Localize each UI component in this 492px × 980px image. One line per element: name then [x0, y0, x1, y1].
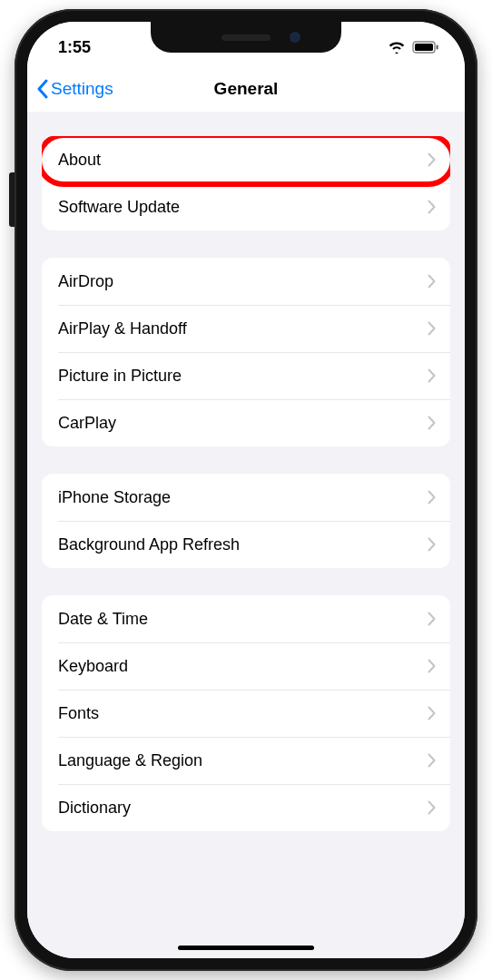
chevron-right-icon — [428, 800, 436, 815]
settings-group: Date & Time Keyboard Fonts — [42, 595, 450, 831]
row-keyboard[interactable]: Keyboard — [42, 642, 450, 690]
chevron-right-icon — [428, 200, 436, 214]
row-carplay[interactable]: CarPlay — [42, 399, 450, 446]
row-airplay-handoff[interactable]: AirPlay & Handoff — [42, 305, 450, 352]
row-label: CarPlay — [58, 414, 116, 433]
chevron-right-icon — [428, 490, 436, 505]
chevron-right-icon — [428, 706, 436, 720]
wifi-icon — [388, 41, 406, 54]
screen: 1:55 — [27, 22, 465, 958]
row-label: About — [58, 151, 101, 170]
row-label: AirDrop — [58, 272, 113, 291]
row-about[interactable]: About — [42, 136, 450, 183]
settings-group: AirDrop AirPlay & Handoff Picture in Pic… — [42, 258, 450, 446]
settings-group: About Software Update — [42, 136, 450, 230]
row-language-region[interactable]: Language & Region — [42, 737, 450, 784]
notch — [151, 22, 341, 53]
row-date-time[interactable]: Date & Time — [42, 595, 450, 642]
chevron-right-icon — [428, 659, 436, 673]
battery-icon — [412, 41, 439, 54]
row-label: Date & Time — [58, 610, 148, 629]
chevron-right-icon — [428, 753, 436, 768]
row-label: AirPlay & Handoff — [58, 319, 187, 338]
row-fonts[interactable]: Fonts — [42, 690, 450, 737]
chevron-right-icon — [428, 537, 436, 552]
svg-rect-1 — [415, 44, 433, 51]
chevron-right-icon — [428, 152, 436, 167]
chevron-right-icon — [428, 416, 436, 430]
chevron-right-icon — [428, 274, 436, 289]
row-label: Dictionary — [58, 799, 131, 818]
front-camera — [290, 32, 300, 43]
row-label: Language & Region — [58, 751, 202, 770]
chevron-left-icon — [36, 79, 49, 99]
chevron-right-icon — [428, 321, 436, 336]
status-time: 1:55 — [58, 38, 91, 57]
row-label: Picture in Picture — [58, 367, 182, 386]
settings-group: iPhone Storage Background App Refresh — [42, 474, 450, 568]
phone-frame: 1:55 — [15, 9, 477, 971]
svg-rect-2 — [437, 45, 438, 50]
nav-bar: Settings General — [27, 65, 465, 113]
row-label: Software Update — [58, 198, 180, 217]
row-label: iPhone Storage — [58, 488, 171, 507]
row-label: Keyboard — [58, 657, 128, 676]
row-label: Background App Refresh — [58, 535, 240, 554]
row-label: Fonts — [58, 704, 99, 723]
row-picture-in-picture[interactable]: Picture in Picture — [42, 352, 450, 399]
row-airdrop[interactable]: AirDrop — [42, 258, 450, 305]
row-background-app-refresh[interactable]: Background App Refresh — [42, 521, 450, 568]
chevron-right-icon — [428, 368, 436, 383]
row-dictionary[interactable]: Dictionary — [42, 784, 450, 831]
status-right — [388, 41, 439, 54]
content: About Software Update AirDrop — [27, 113, 465, 958]
row-iphone-storage[interactable]: iPhone Storage — [42, 474, 450, 521]
chevron-right-icon — [428, 612, 436, 626]
speaker-grille — [221, 34, 271, 41]
back-label: Settings — [51, 79, 113, 99]
home-indicator[interactable] — [178, 946, 314, 950]
row-software-update[interactable]: Software Update — [42, 183, 450, 230]
back-button[interactable]: Settings — [36, 79, 113, 99]
